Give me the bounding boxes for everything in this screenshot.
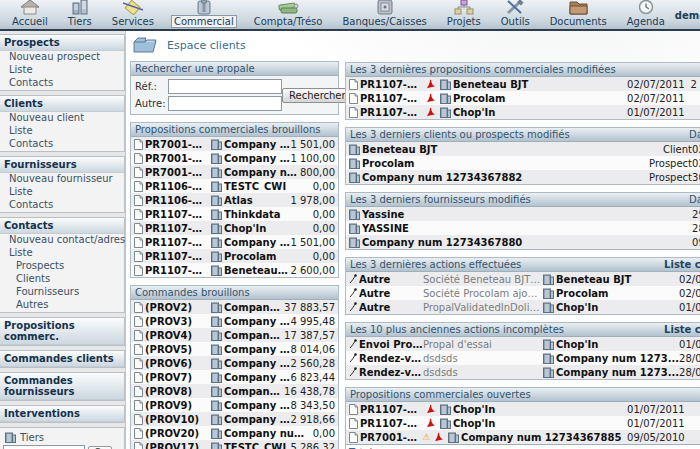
action-type-link[interactable]: Autre <box>359 302 423 313</box>
proposal-ref-link[interactable]: PR1107-0018 <box>360 93 422 104</box>
proposal-ref-link[interactable]: PR1106-0009 <box>145 181 207 192</box>
company-link[interactable]: Chop'In <box>453 107 627 118</box>
thirdparty-link[interactable]: Company num 12734367882 <box>362 172 640 183</box>
rechercher-button[interactable]: Rechercher <box>282 88 353 103</box>
company-link[interactable]: Chop'In <box>453 404 627 415</box>
company-link[interactable]: Company num 1273... <box>224 153 290 164</box>
company-link[interactable]: Company num 1273... <box>224 316 290 327</box>
pdf-icon[interactable] <box>426 107 436 117</box>
proposal-ref-link[interactable]: PR7001-0005 <box>145 167 207 178</box>
order-ref-link[interactable]: (PROV17) <box>145 442 211 449</box>
tab-accueil[interactable]: Accueil <box>2 0 58 29</box>
company-link[interactable]: Chop'In <box>453 418 627 429</box>
company-link[interactable]: Company num 1273... <box>224 302 284 313</box>
tab-agenda[interactable]: Agenda <box>617 0 675 29</box>
menu-title-interventions[interactable]: Interventions <box>0 406 124 422</box>
company-link[interactable]: Company num 1273... <box>224 400 290 411</box>
company-link[interactable]: Thinkdata <box>224 209 313 220</box>
order-ref-link[interactable]: (PROV9) <box>145 400 211 411</box>
order-ref-link[interactable]: (PROV2) <box>145 302 211 313</box>
menu-title-fournisseurs[interactable]: Fournisseurs <box>0 157 124 173</box>
search-tiers-input[interactable] <box>3 445 85 449</box>
menu-item[interactable]: Liste <box>0 125 124 138</box>
company-link[interactable]: TESTC_CWI <box>224 181 313 192</box>
proposal-ref-link[interactable]: PR7001-0002 <box>360 432 422 443</box>
proposal-ref-link[interactable]: PR1107-0017 <box>360 404 422 415</box>
order-ref-link[interactable]: (PROV10) <box>145 414 211 425</box>
order-ref-link[interactable]: (PROV3) <box>145 316 211 327</box>
company-link[interactable]: Company num 12734367885 <box>461 432 627 443</box>
company-link[interactable]: Procolam <box>556 288 679 299</box>
pdf-icon[interactable] <box>426 79 436 89</box>
company-link[interactable]: Procolam <box>453 93 627 104</box>
menu-item[interactable]: Autres <box>0 299 124 312</box>
supplier-link[interactable]: Yassine <box>362 209 692 220</box>
menu-item[interactable]: Nouveau contact/adresse <box>0 234 124 247</box>
menu-title-clients[interactable]: Clients <box>0 96 124 112</box>
proposal-ref-link[interactable]: PR1107-0018 <box>145 251 207 262</box>
menu-item[interactable]: Clients <box>0 273 124 286</box>
proposal-ref-link[interactable]: PR1107-0019 <box>145 265 207 276</box>
company-link[interactable]: Beneteau BJT <box>556 274 679 285</box>
menu-title-commandes-clients[interactable]: Commandes clients <box>0 351 124 367</box>
menu-item[interactable]: Nouveau prospect <box>0 51 124 64</box>
supplier-link[interactable]: Company num 12734367880 <box>362 237 692 248</box>
order-ref-link[interactable]: (PROV7) <box>145 372 211 383</box>
order-ref-link[interactable]: (PROV6) <box>145 358 211 369</box>
tab-outils[interactable]: Outils <box>491 0 540 29</box>
liste-complete-link[interactable]: Liste complète <box>664 324 700 335</box>
thirdparty-link[interactable]: Beneteau BJT <box>362 144 640 155</box>
proposal-ref-link[interactable]: PR1107-0019 <box>360 79 422 90</box>
proposal-ref-link[interactable]: PR7001-0004 <box>145 153 207 164</box>
menu-title-prospects[interactable]: Prospects <box>0 35 124 51</box>
tab-documents[interactable]: Documents <box>540 0 617 29</box>
pdf-icon[interactable] <box>426 93 436 103</box>
menu-item[interactable]: Contacts <box>0 199 124 212</box>
action-type-link[interactable]: Rendez-vous <box>359 367 423 378</box>
company-link[interactable]: Procolam <box>224 251 313 262</box>
company-link[interactable]: Beneteau BJT <box>453 79 627 90</box>
menu-title-propositions[interactable]: Propositions commerc. <box>0 318 124 345</box>
supplier-link[interactable]: YASSINE <box>362 223 692 234</box>
company-link[interactable]: Chop'In <box>224 223 313 234</box>
tab-banques-caisses[interactable]: Banques/Caisses <box>332 0 436 29</box>
proposal-ref-link[interactable]: PR1107-0013 <box>145 209 207 220</box>
company-link[interactable]: Chop'In <box>556 339 679 350</box>
menu-item[interactable]: Contacts <box>0 138 124 151</box>
search-tiers-go-button[interactable]: Go <box>88 446 112 449</box>
proposal-ref-link[interactable]: PR1107-0017 <box>360 107 422 118</box>
menu-item[interactable]: Fournisseurs <box>0 286 124 299</box>
menu-title-commandes-fournisseurs[interactable]: Commandes fournisseurs <box>0 373 124 400</box>
menu-title-contacts[interactable]: Contacts <box>0 218 124 234</box>
action-type-link[interactable]: Envoi Propos... <box>359 339 423 350</box>
company-link[interactable]: Company num 1273... <box>556 353 679 364</box>
company-link[interactable]: Company num 1273... <box>224 237 290 248</box>
proposal-ref-link[interactable]: PR1107-0016 <box>145 237 207 248</box>
company-link[interactable]: Atlas <box>224 195 290 206</box>
company-link[interactable]: Company num 1273... <box>224 344 290 355</box>
tab-projets[interactable]: Projets <box>437 0 491 29</box>
order-ref-link[interactable]: (PROV4) <box>145 330 211 341</box>
company-link[interactable]: Chop'In <box>556 302 679 313</box>
pdf-icon[interactable] <box>426 418 436 428</box>
thirdparty-link[interactable]: Procolam <box>362 158 640 169</box>
proposal-ref-link[interactable]: PR7001-0003 <box>145 139 207 150</box>
action-type-link[interactable]: Autre <box>359 274 423 285</box>
menu-item[interactable]: Liste <box>0 247 124 260</box>
order-ref-link[interactable]: (PROV5) <box>145 344 211 355</box>
user-link[interactable]: demo <box>675 10 700 21</box>
pdf-icon[interactable] <box>434 432 444 442</box>
proposal-ref-link[interactable]: PR1106-0012 <box>145 195 207 206</box>
order-ref-link[interactable]: (PROV8) <box>145 386 211 397</box>
company-link[interactable]: Beneteau BJT <box>224 265 290 276</box>
proposal-ref-link[interactable]: PR1107-0015 <box>360 418 422 429</box>
company-link[interactable]: Company num 1273... <box>224 139 290 150</box>
action-type-link[interactable]: Rendez-vous <box>359 353 423 364</box>
company-link[interactable]: Company num 1273... <box>224 358 290 369</box>
tab-tiers[interactable]: Tiers <box>58 0 102 29</box>
company-link[interactable]: TESTC_CWI <box>224 442 290 449</box>
menu-item[interactable]: Nouveau fournisseur <box>0 173 124 186</box>
menu-item[interactable]: Liste <box>0 64 124 77</box>
proposal-ref-link[interactable]: PR1107-0014 <box>145 223 207 234</box>
company-link[interactable]: Company num 1273... <box>224 372 290 383</box>
